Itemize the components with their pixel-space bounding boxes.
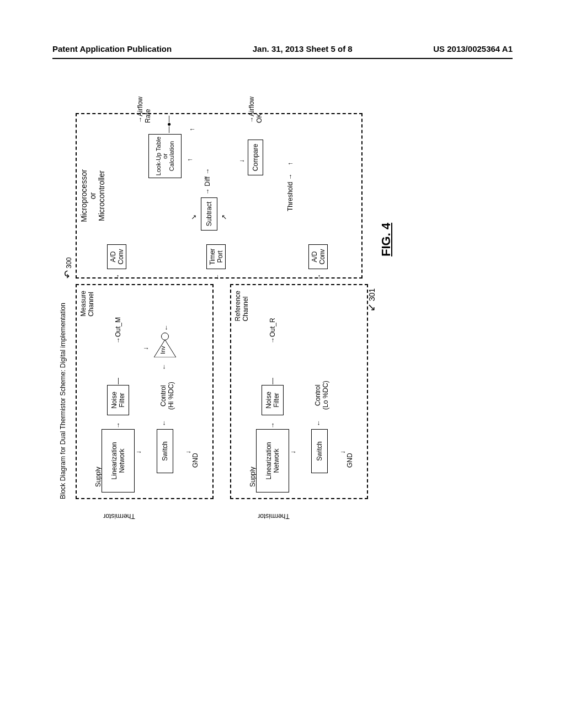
supply-label-r: Supply xyxy=(249,467,257,487)
ref-300: ↶ 300 xyxy=(62,258,74,279)
thermistor-label-r: Thermistor xyxy=(258,512,289,520)
header-left: Patent Application Publication xyxy=(52,44,172,53)
switch-m: Switch xyxy=(157,429,173,473)
page-header: Patent Application Publication Jan. 31, … xyxy=(0,44,565,53)
control-label-m: Control (Hi %DC) xyxy=(159,382,175,410)
threshold-label: Threshold → xyxy=(286,173,294,211)
airflow-rate-output: →Airflow Rate xyxy=(136,97,152,123)
linearization-network-m: Linearization Network xyxy=(102,429,135,493)
inv-label: Inv xyxy=(159,346,166,354)
gnd-label-r: GND xyxy=(346,453,354,468)
out-m-label: →Out_M xyxy=(114,317,122,344)
diagram-title: Block Diagram for Dual Thermistor Scheme… xyxy=(59,303,67,499)
ad-conv-r: A/D Conv xyxy=(308,244,328,269)
figure-label: FIG. 4 xyxy=(379,223,393,256)
thermistor-label-m: Thermistor xyxy=(103,512,135,520)
microprocessor-block: Microprocessor or Microcontroller A/D Co… xyxy=(76,113,363,279)
header-divider xyxy=(52,58,513,59)
reference-channel-wrapper: Reference Channel Supply Thermistor Line… xyxy=(225,284,363,499)
ad-conv-m: A/D Conv xyxy=(107,244,126,269)
reference-channel-label: Reference Channel xyxy=(234,291,249,321)
reference-channel: Reference Channel Supply Thermistor Line… xyxy=(230,284,368,499)
linearization-network-r: Linearization Network xyxy=(256,429,289,493)
supply-label-m: Supply xyxy=(94,467,102,487)
noise-filter-r: Noise Filter xyxy=(262,385,284,415)
inverter-bubble-icon xyxy=(161,333,169,340)
diff-label: → Diff → xyxy=(204,168,211,195)
out-r-label: →Out_R xyxy=(269,318,276,344)
header-right: US 2013/0025364 A1 xyxy=(433,44,513,53)
airflow-ok-output: →Airflow OK xyxy=(248,97,264,123)
gnd-label-m: GND xyxy=(191,453,199,468)
noise-filter-m: Noise Filter xyxy=(107,385,129,415)
switch-r: Switch xyxy=(311,429,328,473)
header-center: Jan. 31, 2013 Sheet 5 of 8 xyxy=(253,44,353,53)
measure-channel: Measure Channel Supply Thermistor Linear… xyxy=(76,284,214,499)
subtract-block: Subtract xyxy=(201,197,217,231)
block-diagram: Block Diagram for Dual Thermistor Scheme… xyxy=(70,113,495,499)
mcu-title: Microprocessor or Microcontroller xyxy=(79,114,106,277)
compare-block: Compare xyxy=(248,140,263,175)
timer-port: Timer Port xyxy=(206,244,226,269)
measure-channel-label: Measure Channel xyxy=(79,291,95,317)
ref-301: ↙ 301 xyxy=(365,288,377,312)
lookup-table-block: Look-Up Table or Calculation xyxy=(148,134,182,178)
control-label-r: Control (Lo %DC) xyxy=(314,381,330,410)
